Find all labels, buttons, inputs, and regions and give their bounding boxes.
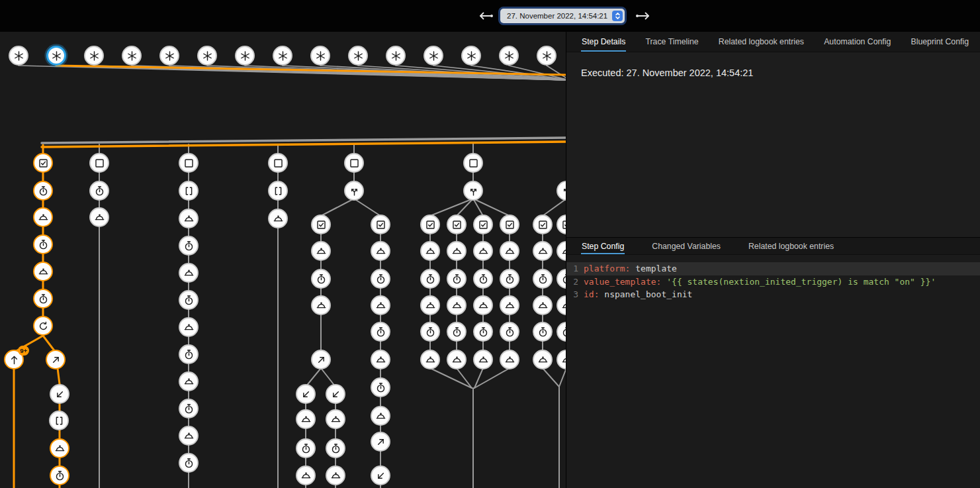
node-square[interactable] — [344, 153, 364, 173]
node-arrow-down-left[interactable] — [326, 384, 345, 404]
node-service[interactable] — [500, 241, 519, 261]
trigger-node[interactable] — [537, 46, 557, 66]
node-service[interactable] — [326, 465, 345, 485]
node-brackets[interactable] — [49, 411, 69, 430]
node-timer[interactable] — [371, 269, 390, 289]
node-timer[interactable] — [371, 322, 390, 342]
node-timer[interactable] — [179, 453, 199, 473]
node-service[interactable] — [447, 295, 467, 315]
node-service[interactable] — [533, 350, 553, 369]
node-service[interactable] — [371, 406, 390, 426]
tab-step-details[interactable]: Step Details — [581, 32, 626, 52]
node-timer[interactable] — [179, 236, 199, 256]
node-arrow-down-left[interactable] — [50, 384, 69, 404]
tab-blueprint-config[interactable]: Blueprint Config — [911, 32, 970, 52]
node-service[interactable] — [473, 295, 493, 315]
node-timer[interactable] — [500, 269, 519, 289]
node-timer[interactable] — [420, 322, 440, 342]
node-service[interactable] — [179, 426, 199, 446]
node-timer[interactable] — [447, 269, 467, 289]
trigger-node[interactable] — [273, 46, 292, 66]
node-timer[interactable] — [33, 234, 53, 254]
node-service[interactable] — [296, 465, 316, 485]
node-checkbox[interactable] — [473, 215, 493, 234]
trigger-node[interactable] — [423, 46, 443, 66]
trigger-node[interactable] — [461, 46, 481, 66]
node-square[interactable] — [179, 153, 199, 173]
trigger-node[interactable] — [348, 46, 368, 66]
trigger-node[interactable] — [235, 46, 255, 66]
node-timer[interactable] — [296, 438, 316, 458]
node-service[interactable] — [420, 241, 440, 261]
node-checkbox[interactable] — [311, 215, 331, 234]
node-service[interactable] — [326, 409, 345, 429]
node-square[interactable] — [268, 153, 288, 173]
node-service[interactable] — [296, 409, 316, 429]
node-service[interactable] — [179, 209, 199, 228]
tab-changed-variables[interactable]: Changed Variables — [651, 238, 721, 254]
node-service[interactable] — [371, 350, 390, 369]
trigger-node[interactable] — [84, 46, 104, 66]
node-repeat[interactable] — [33, 316, 53, 336]
tab-related-logbook-entries[interactable]: Related logbook entries — [748, 238, 834, 254]
node-timer[interactable] — [473, 322, 493, 342]
node-service[interactable] — [311, 241, 331, 261]
tab-automation-config[interactable]: Automation Config — [823, 32, 891, 52]
node-service[interactable] — [179, 317, 199, 337]
node-square[interactable] — [463, 153, 483, 173]
node-service[interactable] — [33, 262, 53, 281]
tab-step-config[interactable]: Step Config — [581, 238, 625, 254]
node-checkbox[interactable] — [33, 153, 53, 173]
node-service[interactable] — [33, 207, 53, 227]
node-timer[interactable] — [33, 181, 53, 201]
node-brackets[interactable] — [179, 181, 199, 201]
trigger-node[interactable] — [159, 46, 179, 66]
node-service[interactable] — [311, 295, 331, 315]
node-service[interactable] — [420, 295, 440, 315]
node-service[interactable] — [371, 295, 390, 315]
trigger-node[interactable] — [386, 46, 406, 66]
tab-related-logbook-entries[interactable]: Related logbook entries — [718, 32, 805, 52]
node-timer[interactable] — [473, 269, 493, 289]
node-timer[interactable] — [420, 269, 440, 289]
node-timer[interactable] — [33, 289, 53, 309]
node-service[interactable] — [533, 295, 553, 315]
node-timer[interactable] — [50, 465, 69, 485]
node-service[interactable] — [179, 371, 199, 391]
node-service[interactable] — [500, 350, 519, 369]
trigger-node[interactable] — [9, 46, 28, 66]
run-datetime-select[interactable]: 27. November 2022, 14:54:21 — [500, 9, 625, 23]
trigger-node[interactable] — [197, 46, 217, 66]
node-service[interactable] — [473, 241, 493, 261]
node-timer[interactable] — [179, 290, 199, 310]
node-arrow-down-left[interactable] — [371, 465, 390, 485]
previous-run-button[interactable] — [475, 10, 495, 22]
node-service[interactable] — [420, 350, 440, 369]
node-service[interactable] — [447, 350, 467, 369]
node-square[interactable] — [89, 153, 109, 173]
node-choose[interactable] — [463, 181, 483, 201]
node-checkbox[interactable] — [500, 215, 519, 234]
node-checkbox[interactable] — [447, 215, 467, 234]
node-arrow-up-right[interactable] — [311, 350, 331, 369]
next-run-button[interactable] — [634, 10, 654, 22]
node-checkbox[interactable] — [371, 215, 390, 234]
trigger-node[interactable] — [499, 46, 519, 66]
trigger-node[interactable] — [46, 46, 66, 66]
node-timer[interactable] — [179, 399, 199, 418]
node-service[interactable] — [268, 209, 288, 228]
node-timer[interactable] — [179, 344, 199, 364]
node-choose[interactable] — [344, 181, 364, 201]
node-service[interactable] — [533, 241, 553, 261]
node-brackets[interactable] — [268, 181, 288, 201]
node-arrow-down-left[interactable] — [296, 384, 316, 404]
node-service[interactable] — [473, 350, 493, 369]
node-timer[interactable] — [326, 438, 345, 458]
node-timer[interactable] — [533, 269, 553, 289]
node-checkbox[interactable] — [420, 215, 440, 234]
node-timer[interactable] — [311, 269, 331, 289]
node-service[interactable] — [179, 263, 199, 283]
tab-trace-timeline[interactable]: Trace Timeline — [645, 32, 699, 52]
node-arrow-up-right[interactable] — [46, 350, 66, 369]
trigger-node[interactable] — [310, 46, 330, 66]
